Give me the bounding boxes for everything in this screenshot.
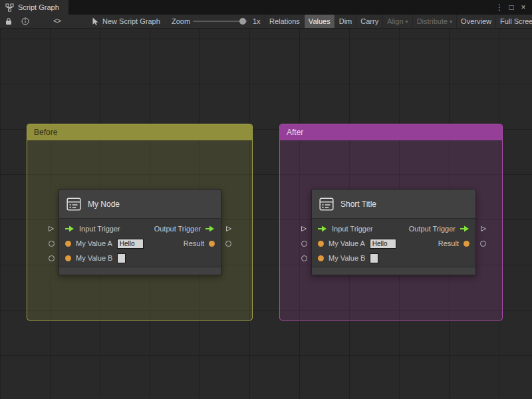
new-graph-label[interactable]: New Script Graph xyxy=(102,15,160,28)
distribute-label: Distribute xyxy=(417,17,448,25)
value-output-port[interactable] xyxy=(464,241,469,247)
relations-label: Relations xyxy=(269,17,300,25)
unit-icon xyxy=(66,196,82,212)
my-value-a-label: My Value A xyxy=(329,239,365,247)
port-row-trigger: Input Trigger Output Trigger xyxy=(312,221,475,236)
chevron-down-icon: ▾ xyxy=(450,19,452,25)
overview-label: Overview xyxy=(461,17,491,25)
group-after-header[interactable]: After xyxy=(280,124,502,140)
group-after-label: After xyxy=(287,128,303,137)
tab-bar: Script Graph ⋮ □ × xyxy=(0,0,532,15)
tab-script-graph[interactable]: Script Graph xyxy=(0,0,68,15)
input-trigger-label: Input Trigger xyxy=(79,225,120,233)
external-value-input-port[interactable] xyxy=(301,255,307,261)
external-flow-input-port[interactable] xyxy=(48,225,55,232)
external-value-output-port[interactable] xyxy=(225,241,231,247)
flow-input-port[interactable] xyxy=(65,225,74,232)
cursor-icon xyxy=(92,15,99,28)
my-value-b-label: My Value B xyxy=(76,254,112,262)
zoom-slider[interactable] xyxy=(193,15,247,28)
value-input-port[interactable] xyxy=(65,255,71,261)
overview-button[interactable]: Overview xyxy=(456,15,495,28)
external-flow-output-port[interactable] xyxy=(225,225,232,232)
node-header[interactable]: My Node xyxy=(59,190,221,219)
node-footer xyxy=(312,267,475,275)
align-label: Align xyxy=(387,17,403,25)
output-trigger-label: Output Trigger xyxy=(154,225,201,233)
zoom-label: Zoom xyxy=(172,15,190,28)
close-icon[interactable]: × xyxy=(517,1,529,13)
zoom-slider-track[interactable] xyxy=(193,21,247,22)
graph-canvas[interactable]: Before After xyxy=(0,29,532,399)
external-value-input-port[interactable] xyxy=(49,241,55,247)
flow-input-port[interactable] xyxy=(318,225,327,232)
graph-icon xyxy=(5,3,14,12)
node-title: Short Title xyxy=(340,200,376,209)
relations-button[interactable]: Relations xyxy=(265,15,304,28)
zoom-value: 1x xyxy=(253,15,261,28)
port-row-trigger: Input Trigger Output Trigger xyxy=(59,221,221,236)
node-title: My Node xyxy=(88,200,120,209)
external-value-output-port[interactable] xyxy=(480,241,486,247)
dim-button[interactable]: Dim xyxy=(334,15,356,28)
external-flow-input-port[interactable] xyxy=(301,225,307,232)
node-port-rows: Input Trigger Output Trigger My Value A xyxy=(312,219,475,268)
port-row-value-a: My Value A Result xyxy=(312,236,475,251)
port-row-value-b: My Value B xyxy=(59,251,221,265)
value-input-port[interactable] xyxy=(65,241,71,247)
my-value-a-field[interactable] xyxy=(117,239,144,249)
distribute-button[interactable]: Distribute ▾ xyxy=(412,15,456,28)
node-my-node[interactable]: My Node Input Trigger Output Trigger xyxy=(59,189,221,275)
external-flow-output-port[interactable] xyxy=(480,225,487,232)
port-row-value-b: My Value B xyxy=(312,251,475,265)
carry-button[interactable]: Carry xyxy=(356,15,382,28)
tab-title: Script Graph xyxy=(18,3,59,11)
graph-toolbar: <> New Script Graph Zoom 1x Relations Va… xyxy=(0,15,532,29)
unit-icon xyxy=(319,196,334,212)
value-input-port[interactable] xyxy=(318,255,324,261)
external-value-input-port[interactable] xyxy=(301,241,307,247)
lock-icon[interactable] xyxy=(5,15,12,28)
my-value-b-label: My Value B xyxy=(329,254,365,262)
menu-icon[interactable]: ⋮ xyxy=(493,1,505,13)
external-value-input-port[interactable] xyxy=(49,255,55,261)
dim-label: Dim xyxy=(339,17,352,25)
node-header[interactable]: Short Title xyxy=(312,190,475,219)
node-short-title[interactable]: Short Title Input Trigger Output Trigger xyxy=(311,189,476,275)
code-icon[interactable]: <> xyxy=(53,15,61,28)
info-icon[interactable] xyxy=(21,15,29,28)
value-input-port[interactable] xyxy=(318,241,324,247)
maximize-icon[interactable]: □ xyxy=(505,1,517,13)
node-footer xyxy=(59,267,221,275)
flow-output-port[interactable] xyxy=(460,225,469,232)
toolbar-button-group: Relations Values Dim Carry Align ▾ Distr… xyxy=(265,15,532,28)
align-button[interactable]: Align ▾ xyxy=(382,15,412,28)
group-before-header[interactable]: Before xyxy=(27,124,252,140)
chevron-down-icon: ▾ xyxy=(406,19,408,25)
fullscreen-label: Full Screen xyxy=(500,17,532,25)
my-value-a-label: My Value A xyxy=(76,239,112,247)
group-before-label: Before xyxy=(34,128,57,137)
values-button[interactable]: Values xyxy=(304,15,334,28)
zoom-slider-thumb[interactable] xyxy=(239,18,246,25)
window-controls: ⋮ □ × xyxy=(493,0,532,15)
my-value-b-field[interactable] xyxy=(117,253,126,263)
flow-output-port[interactable] xyxy=(205,225,215,232)
my-value-b-field[interactable] xyxy=(370,253,378,263)
node-port-rows: Input Trigger Output Trigger My Value A xyxy=(59,219,221,268)
value-output-port[interactable] xyxy=(209,241,215,247)
input-trigger-label: Input Trigger xyxy=(332,225,373,233)
my-value-a-field[interactable] xyxy=(370,239,396,249)
values-label: Values xyxy=(309,17,331,25)
script-graph-window: Script Graph ⋮ □ × <> New Script Graph xyxy=(0,0,532,399)
fullscreen-button[interactable]: Full Screen xyxy=(495,15,532,28)
result-label: Result xyxy=(438,239,459,247)
port-row-value-a: My Value A Result xyxy=(59,236,221,251)
result-label: Result xyxy=(184,239,204,247)
carry-label: Carry xyxy=(360,17,378,25)
output-trigger-label: Output Trigger xyxy=(409,225,456,233)
